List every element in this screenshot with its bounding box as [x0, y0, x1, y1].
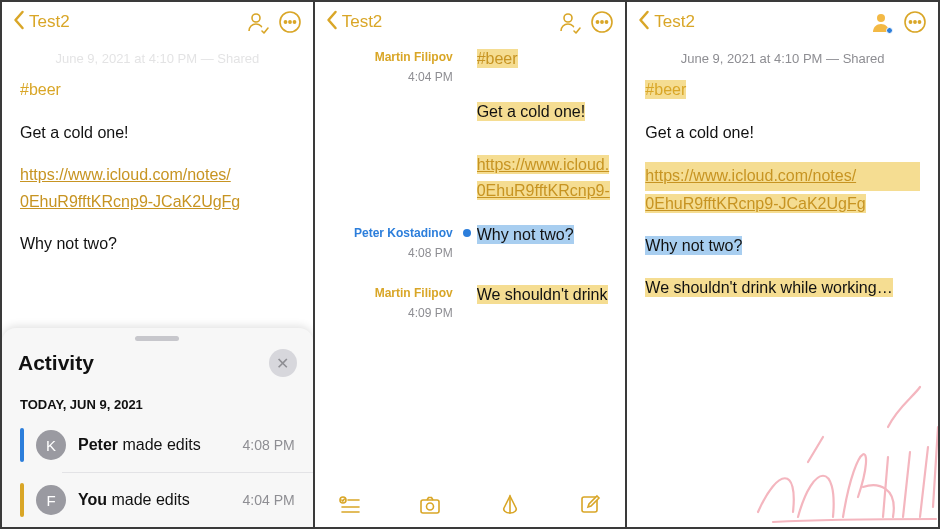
more-button[interactable] — [277, 9, 303, 35]
svg-point-21 — [909, 21, 911, 23]
svg-point-6 — [564, 14, 572, 22]
back-label: Test2 — [654, 12, 695, 32]
more-button[interactable] — [902, 9, 928, 35]
more-button[interactable] — [589, 9, 615, 35]
note-line: Why not two? — [645, 236, 742, 255]
activity-title: Activity — [18, 351, 94, 375]
activity-time: 4:08 PM — [243, 437, 295, 453]
note-link-line1[interactable]: https://www.icloud.com/notes/ — [645, 167, 856, 184]
svg-point-11 — [606, 21, 608, 23]
activity-sheet: Activity ✕ TODAY, JUN 9, 2021 K Peter ma… — [2, 328, 313, 527]
author-name: Martin Filipov — [375, 50, 453, 64]
activity-time: 4:04 PM — [243, 492, 295, 508]
note-link-line1[interactable]: https://www.icloud.com/notes/ — [20, 166, 231, 183]
author-name: Martin Filipov — [375, 286, 453, 300]
back-label: Test2 — [29, 12, 70, 32]
activity-color-bar — [20, 483, 24, 517]
svg-point-17 — [426, 503, 433, 510]
activity-text: You made edits — [78, 491, 243, 509]
svg-point-19 — [877, 14, 885, 22]
hashtag[interactable]: #beer — [645, 81, 686, 98]
panel-attribution: Test2 Martin Filipov 4:04 PM #beer — [315, 2, 626, 527]
svg-point-23 — [918, 21, 920, 23]
markup-button[interactable] — [497, 492, 523, 518]
avatar: F — [36, 485, 66, 515]
activity-color-bar — [20, 428, 24, 462]
avatar: K — [36, 430, 66, 460]
activity-item[interactable]: K Peter made edits 4:08 PM — [2, 418, 313, 472]
panel-highlighted: Test2 June 9, 2021 at 4:10 PM — Shared #… — [627, 2, 938, 527]
svg-point-22 — [914, 21, 916, 23]
panel-activity-sheet: Test2 June 9, 2021 at 4:10 PM — Shared #… — [2, 2, 313, 527]
author-time: 4:09 PM — [319, 304, 453, 324]
note-content[interactable]: June 9, 2021 at 4:10 PM — Shared #beer G… — [627, 42, 938, 527]
note-link-line2[interactable]: 0EhuR9fftKRcnp9-JCaK2UgFg — [20, 193, 240, 210]
compose-button[interactable] — [577, 492, 603, 518]
note-line: Why not two? — [20, 231, 295, 257]
back-button[interactable]: Test2 — [637, 10, 695, 35]
close-button[interactable]: ✕ — [269, 349, 297, 377]
collaborate-button[interactable] — [555, 9, 581, 35]
note-line: Get a cold one! — [477, 102, 586, 121]
note-line: We shouldn't drink while working… — [645, 278, 892, 297]
chevron-left-icon — [325, 10, 340, 35]
svg-point-9 — [597, 21, 599, 23]
note-link-line2[interactable]: 0EhuR9fftKRcnp9-JCaK2UgFg — [645, 195, 865, 212]
note-line: Why not two? — [477, 225, 574, 244]
svg-point-10 — [601, 21, 603, 23]
note-meta-line: June 9, 2021 at 4:10 PM — Shared — [645, 46, 920, 77]
svg-point-4 — [289, 21, 291, 23]
svg-rect-16 — [421, 500, 439, 513]
camera-button[interactable] — [417, 492, 443, 518]
topbar: Test2 — [315, 2, 626, 42]
note-line: Get a cold one! — [645, 120, 920, 146]
topbar: Test2 — [627, 2, 938, 42]
activity-item[interactable]: F You made edits 4:04 PM — [2, 473, 313, 527]
svg-point-5 — [293, 21, 295, 23]
note-line: Get a cold one! — [20, 120, 295, 146]
back-label: Test2 — [342, 12, 383, 32]
note-line: We shouldn't drink — [477, 285, 608, 304]
back-button[interactable]: Test2 — [12, 10, 70, 35]
badge-dot-icon — [886, 27, 893, 34]
author-time: 4:08 PM — [319, 244, 453, 264]
collaborate-button[interactable] — [868, 9, 894, 35]
topbar: Test2 — [2, 2, 313, 42]
note-meta-line: June 9, 2021 at 4:10 PM — Shared — [20, 46, 295, 77]
collaborate-button[interactable] — [243, 9, 269, 35]
hashtag[interactable]: #beer — [477, 50, 518, 67]
bottom-toolbar — [315, 483, 626, 527]
chevron-left-icon — [12, 10, 27, 35]
activity-text: Peter made edits — [78, 436, 243, 454]
author-time: 4:04 PM — [319, 68, 453, 88]
note-content-attributed[interactable]: Martin Filipov 4:04 PM #beer Get a cold … — [315, 42, 626, 483]
svg-point-3 — [284, 21, 286, 23]
svg-point-0 — [252, 14, 260, 22]
hashtag[interactable]: #beer — [20, 81, 61, 98]
activity-date-label: TODAY, JUN 9, 2021 — [2, 387, 313, 418]
close-icon: ✕ — [276, 354, 289, 373]
checklist-button[interactable] — [337, 492, 363, 518]
chevron-left-icon — [637, 10, 652, 35]
note-link-trunc[interactable]: https://www.icloud. — [477, 156, 610, 173]
note-link-trunc[interactable]: 0EhuR9fftKRcnp9- — [477, 182, 610, 199]
back-button[interactable]: Test2 — [325, 10, 383, 35]
author-name: Peter Kostadinov — [354, 226, 453, 240]
sheet-grabber[interactable] — [135, 336, 179, 341]
author-dot — [463, 229, 471, 237]
